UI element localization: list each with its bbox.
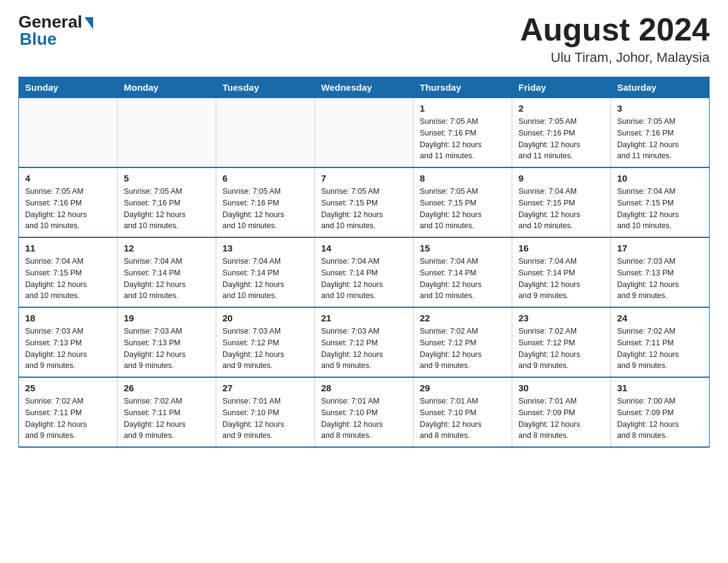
day-sun-info: Sunrise: 7:05 AMSunset: 7:15 PMDaylight:… <box>420 186 506 232</box>
day-sun-info: Sunrise: 7:04 AMSunset: 7:15 PMDaylight:… <box>518 186 604 232</box>
calendar-cell: 29Sunrise: 7:01 AMSunset: 7:10 PMDayligh… <box>414 377 512 447</box>
calendar-week-row: 25Sunrise: 7:02 AMSunset: 7:11 PMDayligh… <box>19 377 710 447</box>
day-number: 28 <box>321 383 407 393</box>
day-sun-info: Sunrise: 7:05 AMSunset: 7:16 PMDaylight:… <box>222 186 308 232</box>
logo-blue-text: Blue <box>18 29 57 49</box>
day-number: 10 <box>617 173 703 183</box>
calendar-cell: 23Sunrise: 7:02 AMSunset: 7:12 PMDayligh… <box>512 307 611 377</box>
day-sun-info: Sunrise: 7:02 AMSunset: 7:11 PMDaylight:… <box>25 396 111 442</box>
day-sun-info: Sunrise: 7:02 AMSunset: 7:12 PMDaylight:… <box>420 326 506 372</box>
day-sun-info: Sunrise: 7:03 AMSunset: 7:13 PMDaylight:… <box>25 326 111 372</box>
day-sun-info: Sunrise: 7:04 AMSunset: 7:14 PMDaylight:… <box>321 256 407 302</box>
calendar-cell <box>315 98 414 168</box>
calendar-cell: 2Sunrise: 7:05 AMSunset: 7:16 PMDaylight… <box>512 98 611 168</box>
day-number: 7 <box>321 173 407 183</box>
logo-arrow-icon <box>85 17 93 29</box>
day-sun-info: Sunrise: 7:03 AMSunset: 7:12 PMDaylight:… <box>321 326 407 372</box>
day-sun-info: Sunrise: 7:03 AMSunset: 7:12 PMDaylight:… <box>222 326 308 372</box>
day-header-sunday: Sunday <box>19 77 118 98</box>
calendar-cell: 9Sunrise: 7:04 AMSunset: 7:15 PMDaylight… <box>512 167 611 237</box>
day-number: 31 <box>617 383 703 393</box>
day-sun-info: Sunrise: 7:01 AMSunset: 7:10 PMDaylight:… <box>321 396 407 442</box>
calendar-week-row: 4Sunrise: 7:05 AMSunset: 7:16 PMDaylight… <box>19 167 710 237</box>
calendar-cell: 10Sunrise: 7:04 AMSunset: 7:15 PMDayligh… <box>611 167 710 237</box>
day-number: 15 <box>420 243 506 253</box>
day-number: 13 <box>222 243 308 253</box>
calendar-cell: 27Sunrise: 7:01 AMSunset: 7:10 PMDayligh… <box>216 377 315 447</box>
calendar-cell: 8Sunrise: 7:05 AMSunset: 7:15 PMDaylight… <box>414 167 512 237</box>
day-sun-info: Sunrise: 7:04 AMSunset: 7:14 PMDaylight:… <box>420 256 506 302</box>
calendar-cell: 20Sunrise: 7:03 AMSunset: 7:12 PMDayligh… <box>216 307 315 377</box>
title-block: August 2024 Ulu Tiram, Johor, Malaysia <box>520 12 710 66</box>
calendar-table: SundayMondayTuesdayWednesdayThursdayFrid… <box>18 77 710 448</box>
calendar-cell: 18Sunrise: 7:03 AMSunset: 7:13 PMDayligh… <box>19 307 118 377</box>
day-header-friday: Friday <box>512 77 611 98</box>
calendar-cell: 13Sunrise: 7:04 AMSunset: 7:14 PMDayligh… <box>216 237 315 307</box>
day-sun-info: Sunrise: 7:05 AMSunset: 7:16 PMDaylight:… <box>420 116 506 162</box>
calendar-cell <box>19 98 118 168</box>
day-sun-info: Sunrise: 7:04 AMSunset: 7:14 PMDaylight:… <box>222 256 308 302</box>
day-sun-info: Sunrise: 7:04 AMSunset: 7:14 PMDaylight:… <box>518 256 604 302</box>
day-sun-info: Sunrise: 7:05 AMSunset: 7:16 PMDaylight:… <box>124 186 210 232</box>
day-sun-info: Sunrise: 7:03 AMSunset: 7:13 PMDaylight:… <box>617 256 703 302</box>
calendar-cell: 1Sunrise: 7:05 AMSunset: 7:16 PMDaylight… <box>414 98 512 168</box>
calendar-cell: 26Sunrise: 7:02 AMSunset: 7:11 PMDayligh… <box>118 377 216 447</box>
calendar-week-row: 1Sunrise: 7:05 AMSunset: 7:16 PMDaylight… <box>19 98 710 168</box>
day-sun-info: Sunrise: 7:04 AMSunset: 7:15 PMDaylight:… <box>25 256 111 302</box>
day-sun-info: Sunrise: 7:05 AMSunset: 7:15 PMDaylight:… <box>321 186 407 232</box>
day-number: 18 <box>25 313 111 323</box>
day-number: 6 <box>222 173 308 183</box>
day-number: 24 <box>617 313 703 323</box>
day-number: 8 <box>420 173 506 183</box>
calendar-cell <box>118 98 216 168</box>
calendar-week-row: 18Sunrise: 7:03 AMSunset: 7:13 PMDayligh… <box>19 307 710 377</box>
calendar-cell: 25Sunrise: 7:02 AMSunset: 7:11 PMDayligh… <box>19 377 118 447</box>
location-subtitle: Ulu Tiram, Johor, Malaysia <box>520 50 710 66</box>
day-number: 25 <box>25 383 111 393</box>
calendar-cell: 12Sunrise: 7:04 AMSunset: 7:14 PMDayligh… <box>118 237 216 307</box>
calendar-cell: 11Sunrise: 7:04 AMSunset: 7:15 PMDayligh… <box>19 237 118 307</box>
day-sun-info: Sunrise: 7:02 AMSunset: 7:11 PMDaylight:… <box>124 396 210 442</box>
calendar-cell: 19Sunrise: 7:03 AMSunset: 7:13 PMDayligh… <box>118 307 216 377</box>
day-header-tuesday: Tuesday <box>216 77 315 98</box>
calendar-cell: 17Sunrise: 7:03 AMSunset: 7:13 PMDayligh… <box>611 237 710 307</box>
day-sun-info: Sunrise: 7:02 AMSunset: 7:12 PMDaylight:… <box>518 326 604 372</box>
day-number: 23 <box>518 313 604 323</box>
day-number: 29 <box>420 383 506 393</box>
calendar-cell: 31Sunrise: 7:00 AMSunset: 7:09 PMDayligh… <box>611 377 710 447</box>
calendar-header-row: SundayMondayTuesdayWednesdayThursdayFrid… <box>19 77 710 98</box>
day-number: 21 <box>321 313 407 323</box>
calendar-cell: 4Sunrise: 7:05 AMSunset: 7:16 PMDaylight… <box>19 167 118 237</box>
day-number: 2 <box>518 103 604 113</box>
calendar-cell <box>216 98 315 168</box>
day-sun-info: Sunrise: 7:01 AMSunset: 7:09 PMDaylight:… <box>518 396 604 442</box>
calendar-cell: 14Sunrise: 7:04 AMSunset: 7:14 PMDayligh… <box>315 237 414 307</box>
calendar-cell: 5Sunrise: 7:05 AMSunset: 7:16 PMDaylight… <box>118 167 216 237</box>
month-year-title: August 2024 <box>520 12 710 47</box>
day-number: 22 <box>420 313 506 323</box>
day-number: 12 <box>124 243 210 253</box>
day-sun-info: Sunrise: 7:04 AMSunset: 7:15 PMDaylight:… <box>617 186 703 232</box>
day-sun-info: Sunrise: 7:04 AMSunset: 7:14 PMDaylight:… <box>124 256 210 302</box>
day-number: 1 <box>420 103 506 113</box>
day-number: 5 <box>124 173 210 183</box>
calendar-cell: 21Sunrise: 7:03 AMSunset: 7:12 PMDayligh… <box>315 307 414 377</box>
day-sun-info: Sunrise: 7:01 AMSunset: 7:10 PMDaylight:… <box>420 396 506 442</box>
calendar-cell: 7Sunrise: 7:05 AMSunset: 7:15 PMDaylight… <box>315 167 414 237</box>
day-sun-info: Sunrise: 7:05 AMSunset: 7:16 PMDaylight:… <box>617 116 703 162</box>
day-header-monday: Monday <box>118 77 216 98</box>
calendar-cell: 28Sunrise: 7:01 AMSunset: 7:10 PMDayligh… <box>315 377 414 447</box>
day-header-saturday: Saturday <box>611 77 710 98</box>
day-number: 17 <box>617 243 703 253</box>
day-sun-info: Sunrise: 7:01 AMSunset: 7:10 PMDaylight:… <box>222 396 308 442</box>
day-number: 16 <box>518 243 604 253</box>
day-sun-info: Sunrise: 7:02 AMSunset: 7:11 PMDaylight:… <box>617 326 703 372</box>
calendar-week-row: 11Sunrise: 7:04 AMSunset: 7:15 PMDayligh… <box>19 237 710 307</box>
day-number: 27 <box>222 383 308 393</box>
calendar-cell: 3Sunrise: 7:05 AMSunset: 7:16 PMDaylight… <box>611 98 710 168</box>
day-number: 19 <box>124 313 210 323</box>
day-number: 26 <box>124 383 210 393</box>
day-number: 30 <box>518 383 604 393</box>
day-sun-info: Sunrise: 7:00 AMSunset: 7:09 PMDaylight:… <box>617 396 703 442</box>
calendar-cell: 15Sunrise: 7:04 AMSunset: 7:14 PMDayligh… <box>414 237 512 307</box>
